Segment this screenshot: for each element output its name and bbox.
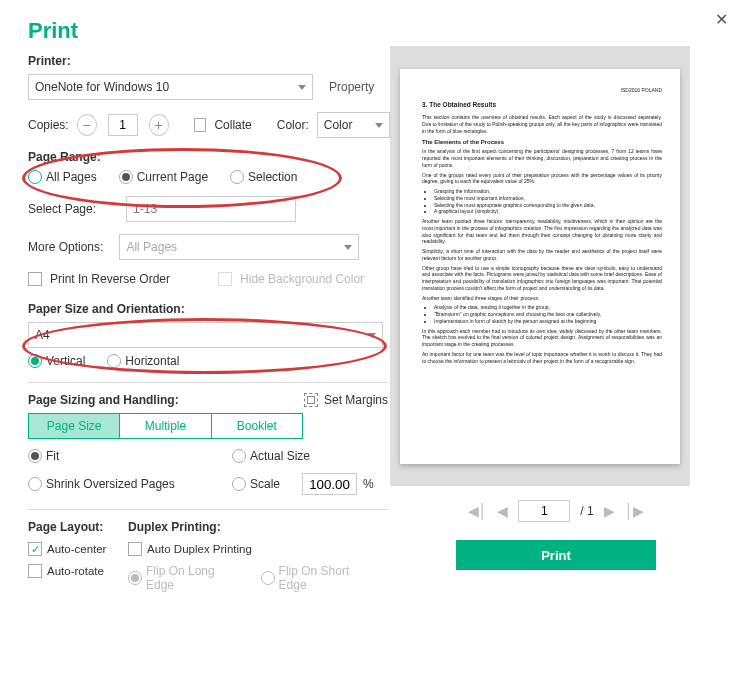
chevron-down-icon: [375, 123, 383, 128]
page-preview: ISD2016 POLAND 3. The Obtained Results T…: [400, 69, 680, 464]
page-number-input[interactable]: [518, 500, 570, 522]
more-options-value: All Pages: [126, 240, 177, 254]
printer-label: Printer:: [28, 54, 71, 68]
more-options-label: More Options:: [28, 240, 103, 254]
sizing-tabs: Page Size Multiple Booklet: [28, 413, 303, 439]
last-page-button[interactable]: │▶: [625, 503, 645, 519]
first-page-button[interactable]: ◀│: [468, 503, 488, 519]
actual-size-radio[interactable]: Actual Size: [232, 449, 310, 463]
collate-checkbox[interactable]: [194, 118, 207, 132]
printer-select[interactable]: OneNote for Windows 10: [28, 74, 313, 100]
preview-area: ISD2016 POLAND 3. The Obtained Results T…: [390, 46, 690, 486]
margins-icon: [304, 393, 318, 407]
scale-input[interactable]: [302, 473, 357, 495]
all-pages-radio[interactable]: All Pages: [28, 170, 97, 184]
percent-label: %: [363, 477, 374, 491]
tab-page-size[interactable]: Page Size: [29, 414, 119, 438]
select-page-label: Select Page:: [28, 202, 96, 216]
paper-size-select[interactable]: A4: [28, 322, 383, 348]
horizontal-radio[interactable]: Horizontal: [107, 354, 179, 368]
copies-plus-button[interactable]: +: [149, 114, 169, 136]
pager: ◀│ ◀ / 1 ▶ │▶: [390, 500, 722, 522]
color-label: Color:: [277, 118, 309, 132]
page-layout-label: Page Layout:: [28, 520, 103, 534]
property-link[interactable]: Property: [329, 80, 374, 94]
flip-short-radio: Flip On Short Edge: [261, 564, 376, 592]
shrink-radio[interactable]: Shrink Oversized Pages: [28, 477, 218, 491]
color-value: Color: [324, 118, 353, 132]
reverse-order-label: Print In Reverse Order: [50, 272, 170, 286]
print-button[interactable]: Print: [456, 540, 656, 570]
flip-long-radio: Flip On Long Edge: [128, 564, 242, 592]
sizing-label: Page Sizing and Handling:: [28, 393, 179, 407]
current-page-radio[interactable]: Current Page: [119, 170, 208, 184]
printer-value: OneNote for Windows 10: [35, 80, 169, 94]
vertical-radio[interactable]: Vertical: [28, 354, 85, 368]
scale-radio[interactable]: Scale: [232, 477, 280, 491]
select-page-input[interactable]: [126, 196, 296, 222]
selection-radio[interactable]: Selection: [230, 170, 297, 184]
copies-input[interactable]: [108, 114, 138, 136]
chevron-down-icon: [368, 333, 376, 338]
hide-bg-label: Hide Background Color: [240, 272, 364, 286]
prev-page-button[interactable]: ◀: [497, 503, 508, 519]
paper-label: Paper Size and Orientation:: [28, 302, 185, 316]
paper-size-value: A4: [35, 328, 50, 342]
copies-minus-button[interactable]: −: [77, 114, 97, 136]
dialog-title: Print: [28, 18, 390, 44]
tab-multiple[interactable]: Multiple: [119, 414, 210, 438]
page-range-label: Page Range:: [28, 150, 101, 164]
copies-label: Copies:: [28, 118, 69, 132]
auto-rotate-checkbox[interactable]: [28, 564, 42, 578]
duplex-label: Duplex Printing:: [128, 520, 221, 534]
preview-panel: ISD2016 POLAND 3. The Obtained Results T…: [390, 0, 742, 592]
color-select[interactable]: Color: [317, 112, 390, 138]
tab-booklet[interactable]: Booklet: [211, 414, 302, 438]
next-page-button[interactable]: ▶: [604, 503, 615, 519]
hide-bg-checkbox[interactable]: [218, 272, 232, 286]
auto-duplex-checkbox[interactable]: [128, 542, 142, 556]
collate-label: Collate: [214, 118, 251, 132]
auto-center-checkbox[interactable]: [28, 542, 42, 556]
fit-radio[interactable]: Fit: [28, 449, 218, 463]
chevron-down-icon: [298, 85, 306, 90]
reverse-order-checkbox[interactable]: [28, 272, 42, 286]
page-total: / 1: [580, 504, 593, 518]
more-options-select[interactable]: All Pages: [119, 234, 359, 260]
chevron-down-icon: [344, 245, 352, 250]
set-margins-link[interactable]: Set Margins: [304, 393, 388, 407]
settings-panel: Print Printer: OneNote for Windows 10 Pr…: [0, 0, 390, 592]
